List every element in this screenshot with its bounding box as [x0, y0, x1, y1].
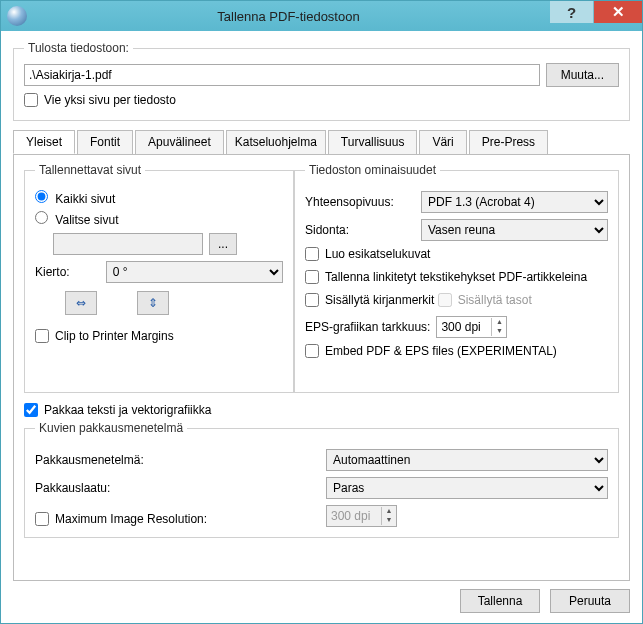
eps-res-value[interactable]: [437, 318, 491, 336]
spin-down-icon: ▼: [382, 516, 396, 525]
tab-general[interactable]: Yleiset: [13, 130, 75, 154]
bookmarks-checkbox[interactable]: Sisällytä kirjanmerkit: [305, 293, 434, 307]
fileopts-group: Tiedoston ominaisuudet Yhteensopivuus: P…: [294, 163, 619, 393]
compress-text-input[interactable]: [24, 403, 38, 417]
save-button[interactable]: Tallenna: [460, 589, 540, 613]
one-page-per-file-input[interactable]: [24, 93, 38, 107]
compression-quality-label: Pakkauslaatu:: [35, 481, 320, 495]
layers-label: Sisällytä tasot: [458, 293, 532, 307]
output-path-field[interactable]: [24, 64, 540, 86]
spin-down-icon[interactable]: ▼: [492, 327, 506, 336]
arrow-up-down-icon: ⇕: [148, 296, 158, 310]
pages-group: Tallennettavat sivut Kaikki sivut Valits…: [24, 163, 294, 393]
choose-pages-radio[interactable]: Valitse sivut: [35, 211, 118, 227]
eps-res-spinner[interactable]: ▲▼: [436, 316, 507, 338]
dialog-window: Tallenna PDF-tiedostoon ? ✕ Tulosta tied…: [0, 0, 643, 624]
linked-frames-checkbox[interactable]: Tallenna linkitetyt tekstikehykset PDF-a…: [305, 270, 587, 284]
eps-res-label: EPS-grafiikan tarkkuus:: [305, 320, 430, 334]
embed-eps-label: Embed PDF & EPS files (EXPERIMENTAL): [325, 344, 557, 358]
linked-frames-input[interactable]: [305, 270, 319, 284]
one-page-per-file-checkbox[interactable]: Vie yksi sivu per tiedosto: [24, 93, 176, 107]
right-column: Tiedoston ominaisuudet Yhteensopivuus: P…: [294, 163, 619, 393]
mirror-horizontal-button[interactable]: ⇔: [65, 291, 97, 315]
compression-method-label: Pakkausmenetelmä:: [35, 453, 320, 467]
layers-checkbox: Sisällytä tasot: [438, 293, 532, 307]
compression-method-select[interactable]: Automaattinen: [326, 449, 608, 471]
tab-prepress[interactable]: Pre-Press: [469, 130, 548, 154]
arrow-left-right-icon: ⇔: [76, 296, 86, 310]
top-columns: Tallennettavat sivut Kaikki sivut Valits…: [24, 163, 619, 393]
page-range-ellipsis-button[interactable]: ...: [209, 233, 237, 255]
choose-pages-input[interactable]: [35, 211, 48, 224]
thumbnails-label: Luo esikatselukuvat: [325, 247, 430, 261]
left-column: Tallennettavat sivut Kaikki sivut Valits…: [24, 163, 294, 393]
clip-margins-checkbox[interactable]: Clip to Printer Margins: [35, 329, 174, 343]
title-buttons: ? ✕: [550, 1, 642, 31]
layers-input: [438, 293, 452, 307]
embed-eps-checkbox[interactable]: Embed PDF & EPS files (EXPERIMENTAL): [305, 344, 557, 358]
max-resolution-checkbox[interactable]: Maximum Image Resolution:: [35, 512, 320, 526]
rotation-label: Kierto:: [35, 265, 70, 279]
client-area: Tulosta tiedostoon: Muuta... Vie yksi si…: [1, 31, 642, 623]
tab-fonts[interactable]: Fontit: [77, 130, 133, 154]
window-title: Tallenna PDF-tiedostoon: [27, 9, 550, 24]
tab-viewer[interactable]: Katseluohjelma: [226, 130, 326, 154]
compression-quality-select[interactable]: Paras: [326, 477, 608, 499]
ellipsis-icon: ...: [218, 237, 228, 251]
fileopts-legend: Tiedoston ominaisuudet: [305, 163, 440, 177]
tab-color[interactable]: Väri: [419, 130, 466, 154]
pages-legend: Tallennettavat sivut: [35, 163, 145, 177]
one-page-per-file-label: Vie yksi sivu per tiedosto: [44, 93, 176, 107]
binding-select[interactable]: Vasen reuna: [421, 219, 608, 241]
spin-up-icon: ▲: [382, 507, 396, 516]
embed-eps-input[interactable]: [305, 344, 319, 358]
compress-text-label: Pakkaa teksti ja vektorigrafiikka: [44, 403, 211, 417]
tab-tools[interactable]: Apuvälineet: [135, 130, 224, 154]
image-compression-group: Kuvien pakkausmenetelmä Pakkausmenetelmä…: [24, 421, 619, 538]
change-path-button[interactable]: Muuta...: [546, 63, 619, 87]
print-to-legend: Tulosta tiedostoon:: [24, 41, 133, 55]
image-compression-legend: Kuvien pakkausmenetelmä: [35, 421, 187, 435]
help-button[interactable]: ?: [550, 1, 594, 23]
max-resolution-label: Maximum Image Resolution:: [55, 512, 207, 526]
spin-up-icon[interactable]: ▲: [492, 318, 506, 327]
all-pages-label: Kaikki sivut: [55, 192, 115, 206]
titlebar: Tallenna PDF-tiedostoon ? ✕: [1, 1, 642, 31]
tabstrip: Yleiset Fontit Apuvälineet Katseluohjelm…: [13, 130, 630, 155]
max-resolution-value: [327, 507, 381, 525]
choose-pages-label: Valitse sivut: [55, 213, 118, 227]
max-resolution-input[interactable]: [35, 512, 49, 526]
page-range-field: [53, 233, 203, 255]
compat-label: Yhteensopivuus:: [305, 195, 415, 209]
clip-margins-label: Clip to Printer Margins: [55, 329, 174, 343]
all-pages-input[interactable]: [35, 190, 48, 203]
app-icon: [7, 6, 27, 26]
close-button[interactable]: ✕: [594, 1, 642, 23]
tab-security[interactable]: Turvallisuus: [328, 130, 418, 154]
binding-label: Sidonta:: [305, 223, 415, 237]
all-pages-radio[interactable]: Kaikki sivut: [35, 190, 115, 206]
dialog-footer: Tallenna Peruuta: [13, 589, 630, 613]
bookmarks-label: Sisällytä kirjanmerkit: [325, 293, 434, 307]
thumbnails-input[interactable]: [305, 247, 319, 261]
bookmarks-input[interactable]: [305, 293, 319, 307]
rotation-select[interactable]: 0 °: [106, 261, 283, 283]
compat-select[interactable]: PDF 1.3 (Acrobat 4): [421, 191, 608, 213]
linked-frames-label: Tallenna linkitetyt tekstikehykset PDF-a…: [325, 270, 587, 284]
cancel-button[interactable]: Peruuta: [550, 589, 630, 613]
print-to-group: Tulosta tiedostoon: Muuta... Vie yksi si…: [13, 41, 630, 121]
max-resolution-spinner: ▲▼: [326, 505, 397, 527]
mirror-vertical-button[interactable]: ⇕: [137, 291, 169, 315]
compress-text-checkbox[interactable]: Pakkaa teksti ja vektorigrafiikka: [24, 403, 619, 417]
thumbnails-checkbox[interactable]: Luo esikatselukuvat: [305, 247, 430, 261]
clip-margins-input[interactable]: [35, 329, 49, 343]
tab-body: Tallennettavat sivut Kaikki sivut Valits…: [13, 154, 630, 581]
